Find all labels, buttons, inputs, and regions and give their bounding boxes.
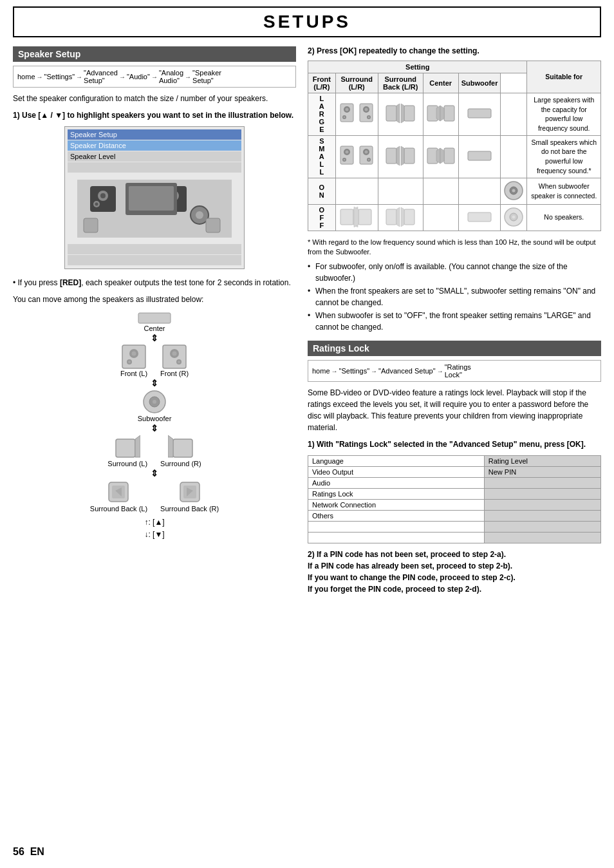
center-speaker-icon: Center xyxy=(135,312,174,332)
arrows-center: ⇕ xyxy=(151,334,158,343)
footnote: With regard to the low frequency sound w… xyxy=(308,238,601,258)
svg-point-20 xyxy=(132,352,136,356)
svg-marker-77 xyxy=(440,148,444,164)
svg-rect-76 xyxy=(444,148,454,164)
large-row: L A R G E xyxy=(308,93,601,136)
arrows-surround: ⇕ xyxy=(151,469,158,478)
step2-instruction: 2) Press [OK] repeatedly to change the s… xyxy=(308,46,601,55)
ratings-row-audio: Audio xyxy=(308,478,601,489)
svg-marker-87 xyxy=(396,207,400,227)
menu-visual-area xyxy=(68,173,241,244)
ratings-lock-value xyxy=(484,489,600,500)
ratings-lang-label: Language xyxy=(308,456,485,467)
ratings-empty2-left xyxy=(308,533,485,543)
svg-point-27 xyxy=(178,361,180,363)
svg-rect-33 xyxy=(173,439,192,457)
svg-point-64 xyxy=(344,159,346,161)
ratings-video-value: New PIN xyxy=(484,467,600,478)
surround-r-label: Surround (R) xyxy=(160,460,201,467)
ratings-empty2-right xyxy=(484,533,600,543)
ratings-audio-label: Audio xyxy=(308,478,485,489)
surround-r-svg xyxy=(168,434,194,460)
breadcrumb-audio: "Audio" xyxy=(127,73,150,80)
page-number: 56 xyxy=(13,846,24,857)
svg-point-25 xyxy=(172,352,177,356)
svg-point-14 xyxy=(196,211,203,219)
large-center xyxy=(458,93,501,136)
svg-point-5 xyxy=(95,203,98,206)
large-label: L A R G E xyxy=(308,93,336,136)
svg-marker-73 xyxy=(401,146,404,165)
svg-marker-71 xyxy=(396,146,400,165)
settings-table: Setting Suitable for Front (L/R) Surroun… xyxy=(308,61,601,231)
on-center xyxy=(458,178,501,204)
svg-marker-56 xyxy=(436,106,440,121)
breadcrumb-arrow-5: → xyxy=(185,73,191,80)
off-subwoofer xyxy=(501,204,527,231)
ratings-lock-section: Ratings Lock home → "Settings" → "Advanc… xyxy=(308,341,601,595)
large-surround-lr xyxy=(378,93,423,136)
center-header: Center xyxy=(423,73,458,93)
off-center xyxy=(458,204,501,231)
ratings-others-value xyxy=(484,511,600,522)
menu-item-empty-1 xyxy=(68,162,241,173)
svg-point-22 xyxy=(128,361,131,363)
off-suitable: No speakers. xyxy=(527,204,601,231)
svg-point-62 xyxy=(346,151,349,154)
off-row: O F F xyxy=(308,204,601,231)
speaker-intro-text: Set the speaker configuration to match t… xyxy=(13,93,296,104)
ratings-lock-label: Ratings Lock xyxy=(308,489,485,500)
ratings-breadcrumb-lock: "RatingsLock" xyxy=(445,363,471,379)
speaker-visual-svg xyxy=(77,180,232,238)
ratings-arrow-1: → xyxy=(331,368,338,375)
breadcrumb-speaker-setup: "SpeakerSetup" xyxy=(192,69,221,84)
surround-row: Surround (L) Surround (R) xyxy=(107,434,201,467)
on-row: O N When subwoofer speaker is xyxy=(308,178,601,204)
on-front-lr xyxy=(335,178,378,204)
setting-header: Setting xyxy=(308,61,527,73)
ratings-arrow-3: → xyxy=(437,368,443,375)
ratings-row-network: Network Connection xyxy=(308,500,601,511)
svg-rect-55 xyxy=(427,106,438,121)
on-surround-back-lr xyxy=(423,178,458,204)
ratings-breadcrumb-settings: "Settings" xyxy=(339,367,370,375)
svg-rect-88 xyxy=(404,209,414,225)
ratings-lock-header: Ratings Lock xyxy=(308,341,601,356)
arrow-legend: ↑: [▲] ↓: [▼] xyxy=(144,516,164,541)
svg-rect-59 xyxy=(468,109,491,118)
front-lr-header: Front (L/R) xyxy=(308,73,336,93)
suitable-for-header: Suitable for xyxy=(527,61,601,93)
svg-marker-85 xyxy=(354,207,358,227)
surround-back-l-label: Surround Back (L) xyxy=(90,505,147,513)
center-row: Center xyxy=(135,312,174,332)
off-label: O F F xyxy=(308,204,336,231)
ratings-video-label: Video Output xyxy=(308,467,485,478)
surround-l-svg xyxy=(115,434,140,460)
svg-point-67 xyxy=(365,151,368,154)
center-label: Center xyxy=(144,325,165,332)
off-surround-lr xyxy=(378,204,423,231)
menu-item-empty-3 xyxy=(68,255,241,265)
svg-marker-89 xyxy=(401,207,404,227)
breadcrumb-arrow-4: → xyxy=(151,73,158,80)
svg-point-48 xyxy=(365,108,368,111)
subwoofer-label: Subwoofer xyxy=(138,415,172,422)
svg-point-50 xyxy=(368,117,370,118)
surround-l-icon: Surround (L) xyxy=(107,434,147,467)
arrows-front: ⇕ xyxy=(151,379,158,388)
ratings-menu-table: Language Rating Level Video Output New P… xyxy=(308,455,601,543)
step1-instruction: 1) Use [▲ / ▼] to highlight speakers you… xyxy=(13,109,296,121)
arrow-down-legend: ↓: [▼] xyxy=(144,529,164,541)
svg-point-43 xyxy=(346,108,349,111)
breadcrumb-home: home xyxy=(17,73,35,80)
menu-item-speaker-level: Speaker Level xyxy=(68,151,241,162)
subwoofer-row: Subwoofer xyxy=(138,389,172,422)
on-subwoofer xyxy=(501,178,527,204)
notes-list: For subwoofer, only on/off is available.… xyxy=(308,261,601,333)
breadcrumb-arrow-3: → xyxy=(119,73,126,80)
breadcrumb-advanced-setup: "AdvancedSetup" xyxy=(84,69,118,84)
svg-rect-82 xyxy=(340,209,353,225)
front-row: Front (L) Front (R) xyxy=(120,344,189,377)
ratings-intro: Some BD-video or DVD-video feature a rat… xyxy=(308,387,601,433)
ratings-lang-value: Rating Level xyxy=(484,456,600,467)
